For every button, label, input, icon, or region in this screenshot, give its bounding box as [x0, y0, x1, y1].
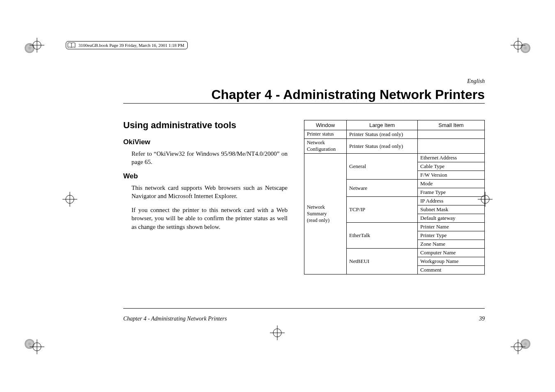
language-label: English	[123, 78, 485, 85]
cell: Workgroup Name	[418, 257, 485, 266]
cell: TCP/IP	[347, 197, 418, 223]
cell-line: Summary	[307, 211, 327, 217]
registration-mark-icon	[510, 37, 526, 53]
table-header-row: Window Large Item Small Item	[304, 120, 485, 130]
cell-line: Configuration	[307, 146, 336, 152]
cell: Printer Name	[418, 223, 485, 231]
cell: IP Address	[418, 197, 485, 205]
cell-line: Network	[307, 140, 325, 145]
page-content: English Chapter 4 - Administrating Netwo…	[123, 78, 485, 274]
cell: Printer status	[304, 130, 347, 139]
section-heading: Using administrative tools	[123, 120, 288, 131]
right-column: Window Large Item Small Item Printer sta…	[304, 120, 485, 274]
footer-left: Chapter 4 - Administrating Network Print…	[123, 316, 227, 322]
col-small: Small Item	[418, 120, 485, 130]
table-row: Network Summary (read only) General Ethe…	[304, 154, 485, 162]
cell: EtherTalk	[347, 223, 418, 249]
cell: Printer Type	[418, 231, 485, 240]
registration-mark-icon	[29, 37, 45, 53]
cell	[418, 139, 485, 154]
table-row: Network Configuration Printer Status (re…	[304, 139, 485, 154]
cell-line: (read only)	[307, 217, 329, 223]
cell: NetBEUI	[347, 249, 418, 274]
web-text-2: If you connect the printer to this netwo…	[131, 206, 288, 231]
okiview-text: Refer to “OkiView32 for Windows 95/98/Me…	[131, 150, 288, 166]
footer-page-number: 39	[479, 316, 485, 322]
cell: Comment	[418, 266, 485, 274]
footer-rule	[123, 308, 485, 309]
chapter-title: Chapter 4 - Administrating Network Print…	[123, 87, 485, 102]
cell: Subnet Mask	[418, 205, 485, 214]
book-icon	[67, 42, 76, 48]
cell: Ethernet Address	[418, 154, 485, 162]
registration-mark-icon	[62, 191, 78, 208]
registration-mark-icon	[269, 325, 286, 341]
cell: Cable Type	[418, 162, 485, 171]
cell: Frame Type	[418, 188, 485, 197]
book-header: 3100euGB.book Page 39 Friday, March 16, …	[66, 41, 188, 49]
cell: Computer Name	[418, 249, 485, 257]
cell	[418, 130, 485, 139]
cell: Mode	[418, 180, 485, 188]
cell: F/W Version	[418, 171, 485, 180]
page-footer: Chapter 4 - Administrating Network Print…	[123, 316, 485, 322]
cell: Network Configuration	[304, 139, 347, 154]
title-rule	[123, 103, 485, 104]
web-text-1: This network card supports Web browsers …	[131, 184, 288, 201]
cell: Netware	[347, 180, 418, 197]
registration-mark-icon	[510, 339, 526, 355]
cell: Printer Status (read only)	[347, 130, 418, 139]
cell-line: Network	[307, 204, 325, 210]
cell: Printer Status (read only)	[347, 139, 418, 154]
col-window: Window	[304, 120, 347, 130]
col-large: Large Item	[347, 120, 418, 130]
table-row: Printer status Printer Status (read only…	[304, 130, 485, 139]
okiview-heading: OkiView	[123, 138, 288, 146]
settings-table: Window Large Item Small Item Printer sta…	[304, 120, 485, 274]
left-column: Using administrative tools OkiView Refer…	[123, 120, 288, 274]
web-heading: Web	[123, 172, 288, 180]
book-header-text: 3100euGB.book Page 39 Friday, March 16, …	[78, 43, 184, 48]
registration-mark-icon	[29, 339, 45, 355]
cell: Default gateway	[418, 214, 485, 223]
cell: Zone Name	[418, 240, 485, 249]
cell: Network Summary (read only)	[304, 154, 347, 274]
cell: General	[347, 154, 418, 180]
